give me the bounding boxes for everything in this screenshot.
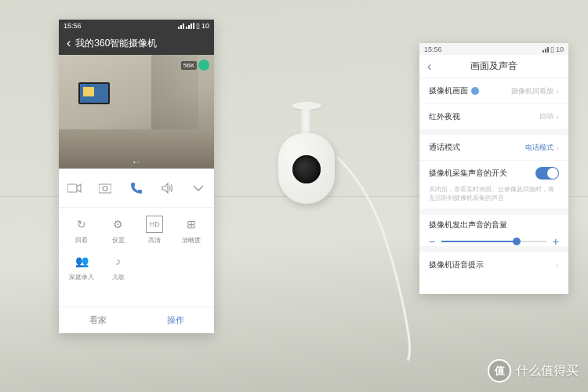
mic-toggle-hint: 关闭后，查看实时画面、云录像及回放时，将无法听到摄像机采集的声音 xyxy=(419,185,568,209)
signal-quality-icon xyxy=(198,60,209,71)
settings-list: 摄像机画面 摄像机回看放› 红外夜视 自动› 通话模式 电话模式› 摄像机采集声… xyxy=(419,78,568,278)
quality-icon: ⊞ xyxy=(183,216,200,233)
status-icons: ▯10 xyxy=(543,45,564,53)
row-call-mode[interactable]: 通话模式 电话模式› xyxy=(419,135,568,160)
nav-title: 画面及声音 xyxy=(470,60,517,73)
grid-hd[interactable]: HD高清 xyxy=(138,216,172,245)
grid-quality[interactable]: ⊞清晰度 xyxy=(175,216,209,245)
chevron-right-icon: › xyxy=(556,112,559,122)
volume-slider[interactable] xyxy=(441,241,546,242)
status-time: 15:56 xyxy=(424,45,442,53)
battery-icon: ▯ xyxy=(550,45,554,53)
playback-icon: ↻ xyxy=(73,216,90,233)
nav-bar: ‹ 画面及声音 xyxy=(419,55,568,78)
action-row xyxy=(59,169,214,208)
phone-right: 15:56 ▯10 ‹ 画面及声音 摄像机画面 摄像机回看放› 红外夜视 自动›… xyxy=(419,43,568,294)
camera-device xyxy=(278,102,335,204)
signal-icon xyxy=(186,23,194,29)
page-dots: • ◦ xyxy=(59,158,214,165)
svg-rect-0 xyxy=(67,184,77,192)
call-icon[interactable] xyxy=(126,178,147,198)
status-time: 15:56 xyxy=(64,22,82,30)
speaker-icon[interactable] xyxy=(158,178,178,198)
tab-bar: 看家 操作 xyxy=(59,307,214,333)
grid-settings[interactable]: ⚙设置 xyxy=(102,216,136,245)
tv-in-feed xyxy=(78,82,110,104)
tab-home[interactable]: 看家 xyxy=(59,307,136,333)
record-icon[interactable] xyxy=(64,178,85,198)
row-volume: 摄像机发出声音的音量 − + xyxy=(419,215,568,246)
back-icon[interactable]: ‹ xyxy=(427,60,431,74)
row-camera-view[interactable]: 摄像机画面 摄像机回看放› xyxy=(419,78,568,103)
wifi-icon xyxy=(178,23,184,29)
camera-icon xyxy=(470,86,480,96)
music-icon: ♪ xyxy=(110,252,127,270)
grid-music[interactable]: ♪儿歌 xyxy=(102,252,136,281)
chevron-right-icon: › xyxy=(556,260,559,270)
svg-rect-1 xyxy=(99,184,111,193)
more-icon[interactable] xyxy=(188,178,209,198)
signal-icon xyxy=(543,46,549,53)
row-voice-prompt[interactable]: 摄像机语音提示 › xyxy=(419,252,568,278)
status-bar: 15:56 ▯ 10 xyxy=(59,20,214,31)
nav-bar: ‹ 我的360智能摄像机 xyxy=(59,31,214,55)
bitrate-badge: 56K xyxy=(181,61,197,70)
volume-minus[interactable]: − xyxy=(429,235,435,248)
mic-toggle[interactable] xyxy=(535,167,559,180)
status-bar: 15:56 ▯10 xyxy=(419,43,568,55)
phone-left: 15:56 ▯ 10 ‹ 我的360智能摄像机 56K • ◦ ↻回看 ⚙设置 … xyxy=(59,20,214,333)
nav-title: 我的360智能摄像机 xyxy=(75,37,157,50)
tab-operate[interactable]: 操作 xyxy=(136,307,214,333)
row-mic-toggle: 摄像机采集声音的开关 xyxy=(419,160,568,185)
watermark: 值 什么值得买 xyxy=(488,359,579,383)
grid-family[interactable]: 👥家庭录入 xyxy=(65,252,99,281)
volume-plus[interactable]: + xyxy=(553,235,559,248)
hd-icon: HD xyxy=(146,216,163,233)
snapshot-icon[interactable] xyxy=(95,178,115,198)
battery-icon: ▯ xyxy=(196,22,200,30)
svg-point-3 xyxy=(471,87,479,95)
watermark-icon: 值 xyxy=(488,359,511,383)
gear-icon: ⚙ xyxy=(110,216,127,233)
svg-point-2 xyxy=(103,186,107,191)
grid-playback[interactable]: ↻回看 xyxy=(65,216,99,245)
chevron-right-icon: › xyxy=(556,86,559,96)
family-icon: 👥 xyxy=(73,252,90,270)
chevron-right-icon: › xyxy=(556,143,559,152)
camera-feed[interactable]: 56K • ◦ xyxy=(59,55,214,169)
row-night-vision[interactable]: 红外夜视 自动› xyxy=(419,103,568,129)
status-icons: ▯ 10 xyxy=(178,22,209,30)
feature-grid: ↻回看 ⚙设置 HD高清 ⊞清晰度 👥家庭录入 ♪儿歌 xyxy=(59,208,214,289)
back-icon[interactable]: ‹ xyxy=(67,36,71,50)
